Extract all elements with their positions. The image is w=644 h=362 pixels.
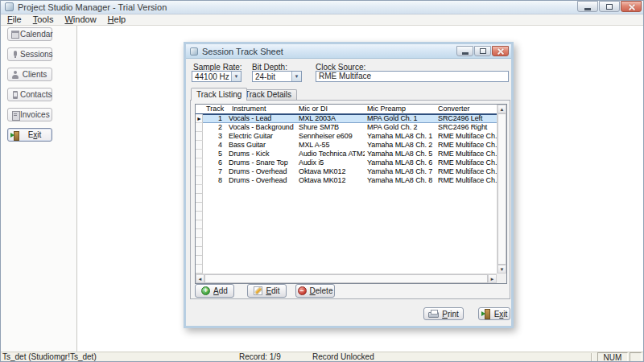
cell-converter: RME Multiface Ch. 8: [436, 176, 497, 185]
bit-depth-dropdown[interactable]: 24-bit ▼: [252, 71, 302, 82]
add-icon: [201, 286, 210, 295]
status-record-count: Record: 1/9: [239, 352, 281, 362]
close-icon: [628, 3, 635, 10]
sidebar-button[interactable]: Exit: [7, 128, 52, 142]
add-button[interactable]: Add: [195, 284, 234, 298]
record-selector-arrow: ►: [196, 115, 202, 122]
table-row[interactable]: ► 6 Drums - Snare Top Audix i5 Yamaha ML…: [196, 158, 497, 167]
cell-mic-or-di: Oktava MK012: [295, 176, 365, 185]
column-header-track[interactable]: Track: [203, 105, 226, 113]
record-selector-cell[interactable]: ►: [196, 150, 203, 158]
menu-item[interactable]: File: [2, 14, 27, 26]
menu-item[interactable]: Help: [102, 14, 132, 26]
table-row[interactable]: ► 3 Electric Guitar Sennheiser e609 Yama…: [196, 132, 497, 141]
record-selector-cell[interactable]: ►: [196, 114, 203, 123]
column-header-converter[interactable]: Converter: [436, 105, 497, 113]
cell-track: 7: [203, 167, 226, 176]
sidebar-button-label: Invoices: [20, 110, 50, 119]
delete-button-label: Delete: [310, 286, 333, 295]
window-controls: [577, 1, 642, 12]
cell-track: 2: [203, 123, 226, 132]
column-header-mic-or-di[interactable]: Mic or DI: [295, 105, 365, 113]
record-selector-cell[interactable]: ►: [196, 176, 203, 185]
record-selector-cell[interactable]: ►: [196, 167, 203, 176]
sidebar-button[interactable]: Calendar: [7, 27, 52, 41]
bit-depth-value: 24-bit: [253, 72, 291, 81]
tab-track-listing[interactable]: Track Listing: [191, 88, 247, 101]
cell-converter: RME Multiface Ch. 1: [436, 132, 497, 141]
column-header-mic-preamp[interactable]: Mic Preamp: [365, 105, 436, 113]
header-spacer: [196, 105, 203, 113]
status-record-lock: Record Unlocked: [312, 352, 374, 362]
table-row[interactable]: ► 7 Drums - Overhead Oktava MK012 Yamaha…: [196, 167, 497, 176]
cell-mic-or-di: Shure SM7B: [295, 123, 365, 132]
table-row[interactable]: ► 4 Bass Guitar MXL A-55 Yamaha MLA8 Ch.…: [196, 141, 497, 150]
print-button[interactable]: Print: [423, 307, 464, 320]
clock-source-input[interactable]: RME Multiface: [316, 71, 509, 82]
cell-track: 6: [203, 158, 226, 167]
dialog-close-button[interactable]: [492, 46, 509, 56]
dialog-minimize-button[interactable]: [456, 46, 473, 56]
cell-track: 8: [203, 176, 226, 185]
close-button[interactable]: [621, 1, 642, 12]
record-selector-cell[interactable]: ►: [196, 123, 203, 132]
tab-track-details[interactable]: Track Details: [239, 89, 297, 100]
scroll-down-button[interactable]: ▼: [497, 265, 506, 274]
record-selector-cell[interactable]: ►: [196, 158, 203, 167]
cell-mic-preamp: Yamaha MLA8 Ch. 8: [365, 176, 436, 185]
close-icon: [497, 47, 504, 55]
scroll-left-button[interactable]: ◄: [196, 274, 204, 283]
sidebar-button[interactable]: Clients: [7, 68, 52, 81]
dialog-title-bar: Session Track Sheet: [186, 44, 511, 59]
dialog-exit-button[interactable]: Exit: [478, 307, 510, 320]
cell-converter: RME Multiface Ch. 5: [436, 150, 497, 158]
menu-item[interactable]: Tools: [27, 14, 60, 26]
delete-button[interactable]: Delete: [295, 284, 335, 298]
sidebar-button[interactable]: Invoices: [7, 108, 52, 121]
edit-button[interactable]: Edit: [247, 284, 287, 298]
sidebar-button-icon: [10, 30, 20, 39]
cell-mic-preamp: Yamaha MLA8 Ch. 6: [365, 158, 436, 167]
minimize-icon: [584, 8, 591, 10]
menu-bar: File Tools Window Help: [0, 14, 644, 26]
scroll-up-button[interactable]: ▲: [497, 105, 506, 113]
horizontal-scrollbar[interactable]: ◄ ►: [196, 274, 497, 283]
status-end-panel: [630, 352, 642, 362]
sidebar: Calendar Sessions Clients Contacts Invoi…: [0, 26, 77, 352]
cell-mic-preamp: Yamaha MLA8 Ch. 7: [365, 167, 436, 176]
cell-mic-or-di: MXL A-55: [295, 141, 365, 150]
cell-instrument: Drums - Overhead: [226, 167, 295, 176]
sidebar-button[interactable]: Contacts: [7, 88, 52, 101]
sample-rate-value: 44100 Hz: [192, 72, 231, 81]
sample-rate-dropdown[interactable]: 44100 Hz ▼: [192, 71, 242, 82]
title-bar: Project Studio Manager - Trial Version: [0, 0, 644, 14]
vertical-scrollbar[interactable]: ▲ ▼: [497, 105, 506, 274]
sidebar-button-icon: [10, 70, 20, 80]
sidebar-button[interactable]: Sessions: [7, 47, 52, 61]
main-window: Project Studio Manager - Trial Version F…: [0, 0, 644, 362]
chevron-down-icon[interactable]: ▼: [231, 72, 241, 81]
column-header-instrument[interactable]: Instrument: [226, 105, 295, 113]
track-grid-header: Track Instrument Mic or DI Mic Preamp Co…: [196, 105, 497, 114]
table-row[interactable]: ► 1 Vocals - Lead MXL 2003A MPA Gold Ch.…: [196, 114, 497, 123]
table-row[interactable]: ► 8 Drums - Overhead Oktava MK012 Yamaha…: [196, 176, 497, 185]
table-row[interactable]: ► 5 Drums - Kick Audio Technica ATM25 Ya…: [196, 150, 497, 158]
cell-mic-preamp: MPA Gold Ch. 1: [365, 114, 436, 123]
cell-mic-or-di: Audix i5: [295, 158, 365, 167]
horizontal-scroll-thumb[interactable]: [204, 274, 488, 283]
dialog-maximize-button[interactable]: [474, 46, 491, 56]
chevron-down-icon[interactable]: ▼: [291, 72, 301, 81]
maximize-button[interactable]: [599, 1, 620, 12]
print-button-label: Print: [442, 310, 459, 319]
cell-mic-or-di: Sennheiser e609: [295, 132, 365, 141]
menu-item[interactable]: Window: [59, 14, 101, 26]
cell-mic-or-di: Oktava MK012: [295, 167, 365, 176]
minimize-button[interactable]: [577, 1, 598, 12]
scroll-right-button[interactable]: ►: [488, 274, 497, 283]
record-selector-cell[interactable]: ►: [196, 141, 203, 150]
vertical-scroll-thumb[interactable]: [497, 113, 506, 265]
table-row[interactable]: ► 2 Vocals - Background Shure SM7B MPA G…: [196, 123, 497, 132]
cell-converter: RME Multiface Ch. 7: [436, 167, 497, 176]
scrollbar-corner: [497, 274, 506, 283]
record-selector-cell[interactable]: ►: [196, 132, 203, 141]
